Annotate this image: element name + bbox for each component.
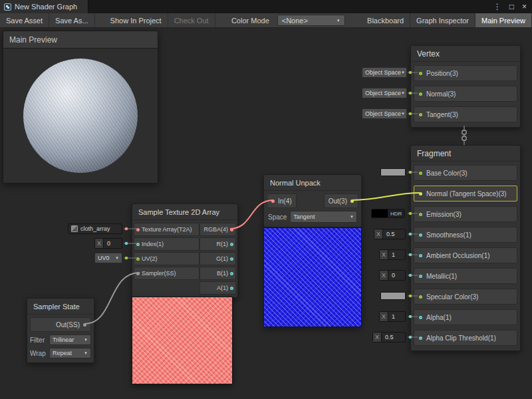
uv-input-port[interactable] [136,257,140,261]
fragment-node[interactable]: Fragment Base Color(3) Normal (Tangent S… [410,145,521,351]
port-label: Normal(3) [426,90,456,98]
port-row-specular-color[interactable]: Specular Color(3) [414,289,517,305]
port-row-tangent[interactable]: Tangent(3) [414,106,517,122]
save-as-button[interactable]: Save As... [49,13,95,27]
chevron-down-icon: ▼ [401,91,405,95]
save-asset-button[interactable]: Save Asset [0,13,49,27]
vertex-node[interactable]: Vertex Position(3) Normal(3) Tangent(3) [410,45,521,128]
chevron-down-icon: ▼ [350,215,354,219]
port-row-out-ss[interactable]: Out(SS) [30,317,91,332]
close-icon[interactable]: × [522,2,527,11]
texture-array-input-port[interactable] [136,228,140,231]
port-label: UV(2) [142,255,158,262]
normal-input-port[interactable] [419,192,422,196]
b-output-port[interactable] [230,272,233,275]
port-row-position[interactable]: Position(3) [414,65,517,81]
port-label: Sampler(SS) [142,270,176,277]
port-row-r[interactable]: R(1) [200,237,236,251]
port-row-b[interactable]: B(1) [200,267,236,280]
base-color-input-port[interactable] [419,172,422,175]
space-value: Tangent [293,213,315,220]
specular-color-swatch[interactable] [380,292,406,300]
port-row-alpha[interactable]: Alpha(1) [414,309,517,325]
preview-sphere[interactable] [23,59,138,173]
space-dropdown[interactable]: Tangent ▼ [290,211,357,223]
emission-input-port[interactable] [419,213,422,216]
sample-texture-2d-array-node[interactable]: Sample Texture 2D Array Texture Array(T2… [132,203,238,298]
metallic-field[interactable]: X 0 [379,270,406,281]
port-label: Out(SS) [56,321,80,329]
port-row-in[interactable]: In(4) [267,194,297,208]
graph-canvas[interactable]: Main Preview Vertex Position(3) Normal(3… [0,28,532,399]
menu-icon[interactable]: ⋮ [493,2,501,11]
port-row-index[interactable]: Index(1) [134,237,200,251]
color-mode-value: <None> [282,17,308,25]
port-row-out[interactable]: Out(3) [324,194,358,208]
port-label: In(4) [278,198,292,205]
specular-color-input-port[interactable] [419,295,422,299]
normal-input-port[interactable] [419,92,422,96]
blackboard-button[interactable]: Blackboard [361,13,410,27]
normal-space-dropdown[interactable]: Object Space ▼ [362,88,407,98]
texture-array-field[interactable]: cloth_array [68,223,122,234]
g-output-port[interactable] [230,257,233,261]
normal-unpack-node[interactable]: Normal Unpack In(4) Out(3) Space Tangent… [263,174,362,227]
show-in-project-button[interactable]: Show In Project [104,13,168,27]
ambient-occlusion-field[interactable]: X 1 [379,249,406,260]
field-value: 1 [388,312,398,321]
port-label: Emission(3) [426,211,462,218]
uv-channel-dropdown[interactable]: UV0 ▼ [94,253,122,263]
alpha-field[interactable]: X 1 [379,311,406,322]
tangent-space-dropdown[interactable]: Object Space ▼ [362,108,407,119]
sampler-state-node[interactable]: Sampler State Out(SS) Filter Trilinear ▼… [27,298,94,363]
port-row-metallic[interactable]: Metallic(1) [414,268,517,284]
position-input-port[interactable] [419,72,422,75]
window-controls: ⋮ □ × [493,2,532,11]
smoothness-field[interactable]: X 0.5 [374,229,406,239]
maximize-icon[interactable]: □ [509,2,514,11]
base-color-swatch[interactable] [380,168,406,176]
port-row-normal-tangent-space[interactable]: Normal (Tangent Space)(3) [414,186,517,201]
filter-value: Trilinear [53,336,74,343]
r-output-port[interactable] [230,243,233,246]
port-row-smoothness[interactable]: Smoothness(1) [414,227,517,243]
alpha-clip-threshold-field[interactable]: X 0.5 [372,332,406,342]
index-field[interactable]: X 0 [94,238,122,249]
port-row-rgba[interactable]: RGBA(4) [200,223,236,236]
ambient-occlusion-input-port[interactable] [419,254,422,257]
metallic-input-port[interactable] [419,275,422,278]
toolbar-spacer [95,13,104,27]
graph-inspector-button[interactable]: Graph Inspector [410,13,475,27]
wrap-dropdown[interactable]: Repeat ▼ [49,348,91,358]
alpha-input-port[interactable] [419,316,422,319]
out-output-port[interactable] [350,200,354,203]
port-row-normal[interactable]: Normal(3) [414,86,517,102]
in-input-port[interactable] [271,200,275,203]
port-row-sampler[interactable]: Sampler(SS) [134,267,200,280]
port-row-g[interactable]: G(1) [200,252,236,265]
color-mode-dropdown[interactable]: <None> ▼ [277,15,345,26]
window-tab[interactable]: New Shader Graph [0,0,88,13]
main-preview-body [3,49,158,183]
port-label: Specular Color(3) [426,293,478,301]
sampler-input-port[interactable] [136,272,140,275]
port-row-alpha-clip-threshold[interactable]: Alpha Clip Threshold(1) [414,330,517,346]
index-input-port[interactable] [136,243,140,246]
port-row-emission[interactable]: Emission(3) [414,206,517,222]
port-row-ambient-occlusion[interactable]: Ambient Occlusion(1) [414,247,517,263]
port-row-texture-array[interactable]: Texture Array(T2A) [134,223,200,236]
port-row-uv[interactable]: UV(2) [134,252,200,265]
chevron-down-icon: ▼ [401,70,405,74]
filter-dropdown[interactable]: Trilinear ▼ [49,334,91,345]
emission-color-field[interactable]: HDR [371,209,405,218]
port-row-base-color[interactable]: Base Color(3) [414,165,517,181]
smoothness-input-port[interactable] [419,233,422,237]
port-row-a[interactable]: A(1) [200,281,236,295]
alpha-clip-threshold-input-port[interactable] [419,336,422,340]
tangent-input-port[interactable] [419,113,422,116]
position-space-dropdown[interactable]: Object Space ▼ [362,67,407,78]
out-ss-output-port[interactable] [83,323,86,327]
main-preview-button[interactable]: Main Preview [475,13,532,27]
a-output-port[interactable] [230,287,233,290]
rgba-output-port[interactable] [230,228,233,231]
